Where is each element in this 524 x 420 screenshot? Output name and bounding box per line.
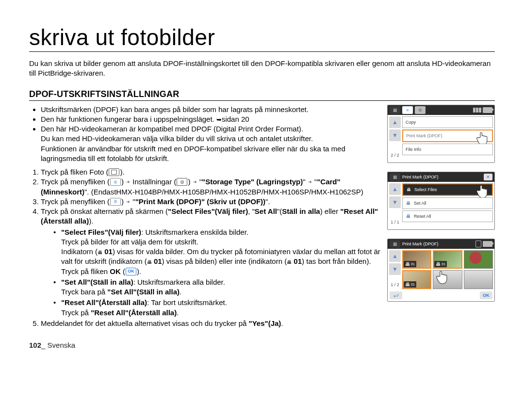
step-3: Tryck på menyfliken () ➔ ""Print Mark (D… [41, 197, 381, 207]
screen-topbar: ▦ Print Mark (DPOF) ✕ [388, 172, 494, 182]
arrow-right-icon: ➔ [193, 178, 197, 185]
thumbnail-grid: 01 01 01 [402, 249, 494, 291]
screen-title: Print Mark (DPOF) [402, 175, 439, 179]
menu-tab-icon [110, 178, 121, 186]
screen-topbar: ▦ ≡ ⚙ [388, 105, 494, 115]
scroll-up-button[interactable]: ▲ [389, 183, 401, 195]
screen-thumbnail-grid: ▦ Print Mark (DPOF) ▲ ▼ 1 / 2 [387, 239, 495, 302]
screen-bottombar: ⮐ OK [388, 291, 494, 300]
battery-icon [483, 107, 492, 113]
screen-menu-list: ▦ ≡ ⚙ ▲ ▼ 2 / 2 Copy [387, 105, 495, 163]
printer-icon [147, 257, 152, 265]
ok-icon: OK [126, 268, 136, 275]
thumbnail[interactable] [433, 270, 462, 289]
step-4: Tryck på önskat alternativ på skärmen ("… [41, 207, 381, 318]
scroll-up-button[interactable]: ▲ [389, 250, 401, 262]
thumbnail[interactable]: 01 [433, 250, 462, 269]
sub-reset-all: "Reset All"(Återställ alla): Tar bort ut… [52, 298, 381, 318]
arrow-right-icon: ➔ [126, 198, 130, 205]
page-indicator: 1 / 2 [388, 282, 402, 287]
step-1: Tryck på fliken Foto (). [41, 167, 381, 177]
footer-language: _ Svenska [41, 341, 75, 349]
status-icon [473, 108, 481, 113]
sub-select-files: "Select Files"(Välj filer): Utskriftsmar… [52, 227, 381, 276]
printer-icon [287, 257, 292, 265]
hand-pointer-icon [476, 183, 490, 199]
arrow-right-icon: ➔ [308, 178, 312, 185]
thumbnail[interactable] [464, 270, 493, 289]
gear-icon[interactable]: ⚙ [415, 106, 426, 114]
bullet-list: Utskriftsmärken (DPOF) kan bara anges på… [29, 105, 381, 164]
photo-tab-icon[interactable]: ▦ [390, 173, 400, 181]
scroll-down-button[interactable]: ▼ [389, 263, 401, 275]
battery-icon [483, 241, 492, 247]
scroll-down-button[interactable]: ▼ [389, 196, 401, 208]
ok-button[interactable]: OK [480, 291, 492, 299]
photo-tab-icon [109, 168, 119, 176]
page-indicator: 1 / 1 [388, 220, 402, 225]
menu-item-print-mark[interactable]: Print Mark (DPOF) [402, 129, 493, 142]
printer-icon: 🖶 [406, 213, 411, 219]
page-number: 102 [29, 341, 41, 349]
printer-icon [98, 247, 102, 256]
scroll-up-button[interactable]: ▲ [389, 116, 401, 128]
page-indicator: 2 / 2 [388, 153, 402, 158]
page-ref-arrow-icon [216, 115, 222, 123]
steps-list: Tryck på fliken Foto (). Tryck på menyfl… [29, 167, 381, 328]
bullet-item: Den här funktionen fungerar bara i uppsp… [41, 114, 381, 124]
page-title: skriva ut fotobilder [29, 24, 495, 52]
screenshots-column: ▦ ≡ ⚙ ▲ ▼ 2 / 2 Copy [387, 105, 495, 310]
screen-title: Print Mark (DPOF) [402, 242, 439, 246]
bullet-item: Utskriftsmärken (DPOF) kan bara anges på… [41, 105, 381, 114]
gear-icon [177, 178, 187, 186]
screen-print-mark-options: ▦ Print Mark (DPOF) ✕ ▲ ▼ 1 / 1 🖶 [387, 172, 495, 230]
section-heading: DPOF-UTSKRIFTSINSTÄLLNINGAR [29, 89, 495, 101]
step-5: Meddelandet för det aktuella alternative… [41, 319, 381, 328]
manual-page: skriva ut fotobilder Du kan skriva ut bi… [0, 0, 524, 364]
bullet-item: Den här HD-videokameran är kompatibel me… [41, 124, 381, 163]
arrow-right-icon: ➔ [126, 178, 130, 185]
option-select-files[interactable]: 🖶 Select Files [402, 183, 493, 196]
photo-tab-icon[interactable]: ▦ [390, 106, 400, 114]
option-set-all[interactable]: 🖶 Set All [402, 197, 493, 209]
step-2: Tryck på menyfliken () ➔ Inställningar (… [41, 177, 381, 197]
return-button[interactable]: ⮐ [390, 291, 402, 299]
sub-set-all: "Set All"(Ställ in alla): Utskriftsmarke… [52, 277, 381, 297]
menu-tab-icon [110, 198, 121, 206]
print-badge: 01 [404, 261, 416, 267]
photo-tab-icon[interactable]: ▦ [390, 240, 400, 248]
card-icon [475, 241, 481, 247]
thumbnail[interactable]: 01 [402, 270, 431, 289]
menu-tab-icon[interactable]: ≡ [402, 106, 413, 114]
printer-icon: 🖶 [406, 200, 411, 206]
menu-item-copy[interactable]: Copy [402, 116, 493, 128]
scroll-down-button[interactable]: ▼ [389, 129, 401, 141]
thumbnail[interactable]: 01 [402, 250, 431, 269]
printer-icon: 🖶 [406, 187, 411, 192]
screen-topbar: ▦ Print Mark (DPOF) [388, 239, 494, 249]
thumbnail[interactable] [464, 250, 493, 269]
intro-text: Du kan skriva ut bilder genom att anslut… [29, 59, 495, 79]
option-reset-all[interactable]: 🖶 Reset All [402, 210, 493, 222]
print-badge: 01 [404, 281, 416, 288]
page-footer: 102_ Svenska [29, 341, 495, 349]
text-column: Utskriftsmärken (DPOF) kan bara anges på… [29, 105, 387, 329]
close-icon[interactable]: ✕ [484, 174, 492, 180]
print-badge: 01 [434, 261, 447, 267]
menu-item-file-info[interactable]: File Info [402, 144, 493, 155]
